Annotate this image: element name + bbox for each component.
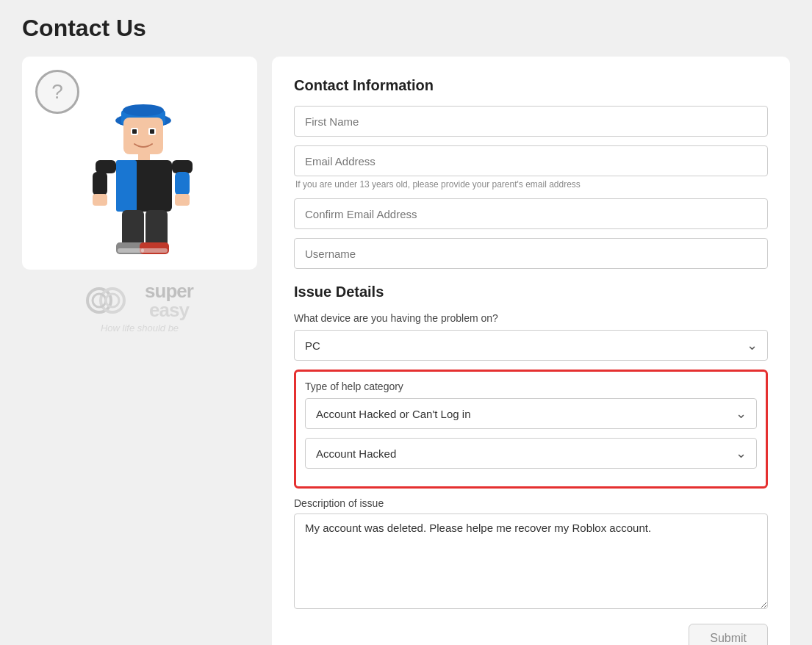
- watermark-super: super: [145, 281, 193, 300]
- confirm-email-input[interactable]: [294, 198, 768, 229]
- submit-button[interactable]: Submit: [689, 624, 768, 645]
- help-category-label: Type of help category: [305, 381, 757, 392]
- device-question: What device are you having the problem o…: [294, 312, 768, 324]
- svg-point-2: [123, 104, 164, 116]
- roblox-character: [66, 68, 213, 270]
- avatar-panel: ?: [22, 57, 257, 334]
- email-input[interactable]: [294, 145, 768, 176]
- help-category-select-wrapper: Account Hacked or Can't Log in Billing T…: [305, 398, 757, 429]
- svg-rect-18: [145, 210, 168, 247]
- email-field: If you are under 13 years old, please pr…: [294, 145, 768, 190]
- svg-rect-3: [123, 118, 163, 154]
- avatar-box: ?: [22, 57, 257, 270]
- username-input[interactable]: [294, 238, 768, 269]
- svg-rect-17: [122, 210, 144, 247]
- svg-rect-10: [116, 160, 137, 212]
- help-category-select[interactable]: Account Hacked or Can't Log in Billing T…: [305, 398, 757, 429]
- svg-rect-16: [175, 194, 190, 206]
- description-label: Description of issue: [294, 497, 768, 509]
- svg-rect-7: [150, 129, 154, 134]
- question-icon: ?: [35, 70, 79, 114]
- svg-rect-15: [175, 172, 190, 195]
- issue-details-title: Issue Details: [294, 284, 768, 300]
- watermark: super easy How life should be: [22, 281, 257, 334]
- form-panel: Contact Information If you are under 13 …: [272, 57, 790, 645]
- watermark-tagline: How life should be: [22, 322, 257, 334]
- svg-rect-22: [141, 248, 168, 253]
- issue-section: Issue Details What device are you having…: [294, 284, 768, 612]
- help-sub-select[interactable]: Account Hacked Can't Log In Forgot Passw…: [305, 438, 757, 469]
- first-name-field: [294, 106, 768, 137]
- confirm-email-field: [294, 198, 768, 229]
- first-name-input[interactable]: [294, 106, 768, 137]
- svg-rect-8: [138, 153, 150, 160]
- svg-rect-14: [172, 160, 193, 173]
- main-layout: ?: [22, 57, 790, 645]
- svg-rect-12: [93, 172, 107, 195]
- help-category-section: Type of help category Account Hacked or …: [294, 370, 768, 489]
- device-select-wrapper: PC Mobile Tablet Xbox ⌄: [294, 330, 768, 361]
- svg-rect-6: [132, 129, 137, 134]
- help-sub-select-wrapper: Account Hacked Can't Log In Forgot Passw…: [305, 438, 757, 469]
- submit-row: Submit: [294, 624, 768, 645]
- username-field: [294, 238, 768, 269]
- contact-info-title: Contact Information: [294, 77, 768, 94]
- watermark-easy: easy: [145, 300, 193, 320]
- description-section: Description of issue My account was dele…: [294, 497, 768, 612]
- svg-rect-21: [118, 248, 144, 253]
- description-textarea[interactable]: My account was deleted. Please helpe me …: [294, 514, 768, 609]
- svg-rect-13: [93, 194, 107, 206]
- svg-rect-11: [96, 160, 116, 173]
- page-title: Contact Us: [22, 15, 790, 42]
- device-select[interactable]: PC Mobile Tablet Xbox: [294, 330, 768, 361]
- email-hint: If you are under 13 years old, please pr…: [295, 179, 768, 190]
